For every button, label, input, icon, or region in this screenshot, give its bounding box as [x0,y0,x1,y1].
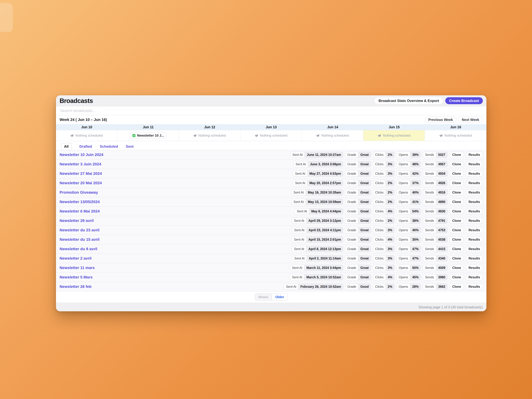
opens-pill-label: Opens [397,274,410,280]
broadcast-link[interactable]: Newsletter 26 feb [60,285,91,289]
sends-pill-value: 3980 [436,274,447,280]
sent-at-pill: Sent AtMay 6, 2024 4:44pm [295,208,343,214]
grade-pill-label: Grade [345,180,358,186]
grade-pill-label: Grade [345,246,358,252]
broadcast-link[interactable]: Newsletter du 15 avril [60,237,100,242]
results-button[interactable]: Results [466,274,483,280]
clicks-pill-value: 3% [386,246,394,252]
scheduled-broadcast-badge[interactable]: Newsletter 10 J... [130,132,166,139]
results-button[interactable]: Results [466,227,483,233]
clicks-pill-label: Clicks [373,218,386,223]
grade-pill: GradeGreat [345,152,371,158]
clicks-pill: Clicks2% [373,218,395,224]
broadcast-link[interactable]: Newsletter du 23 avril [60,228,100,232]
broadcast-link[interactable]: Newsletter 10 Juin 2024 [60,152,103,157]
broadcast-link[interactable]: Newsletter 20 Mai 2024 [60,181,102,185]
results-button[interactable]: Results [466,171,483,177]
results-button[interactable]: Results [466,284,483,290]
broadcast-link[interactable]: Newsletter 3 Juin 2024 [60,162,101,166]
sends-pill: Sends4538 [423,236,448,243]
clicks-pill-label: Clicks [373,161,386,167]
results-button[interactable]: Results [466,152,483,158]
older-page-button[interactable]: Older [272,294,287,300]
results-button[interactable]: Results [466,161,483,167]
clicks-pill-value: 2% [386,190,394,195]
calendar-body-row: Nothing scheduledNewsletter 10 J...Nothi… [56,130,486,141]
next-week-button[interactable]: Next Week [458,117,483,123]
clone-button[interactable]: Clone [450,152,464,158]
calendar-day-cell-jun-12: Nothing scheduled [179,130,241,141]
broadcast-stats: Sent AtApril 29, 2024 3:12pmGradeGreatCl… [292,218,483,224]
clone-button[interactable]: Clone [450,199,464,205]
results-button[interactable]: Results [466,218,483,224]
clone-button[interactable]: Clone [450,255,464,261]
broadcast-stats: Sent AtMarch 11, 2024 3:44pmGradeGreatCl… [290,265,483,271]
tab-sent[interactable]: Sent [126,144,133,149]
mailbox-icon [316,134,320,137]
broadcast-link[interactable]: Newsletter du 8 avril [60,247,97,251]
broadcast-stats: Sent AtApril 23, 2024 4:11pmGradeGreatCl… [292,227,483,233]
results-button[interactable]: Results [466,208,483,214]
sent-at-pill: Sent AtApril 29, 2024 3:12pm [292,218,343,224]
clone-button[interactable]: Clone [450,171,464,177]
clone-button[interactable]: Clone [450,189,464,196]
grade-pill-label: Grade [345,284,358,289]
clone-button[interactable]: Clone [450,208,464,214]
sends-pill: Sends4791 [423,218,448,224]
broadcast-link[interactable]: Newsletter 27 Mai 2024 [60,171,102,176]
clone-button[interactable]: Clone [450,265,464,271]
clone-button[interactable]: Clone [450,274,464,280]
broadcast-link[interactable]: Newsletter 2 avril [60,256,91,261]
broadcast-row: Newsletter 6 Mai 2024Sent AtMay 6, 2024 … [56,207,486,216]
results-button[interactable]: Results [466,246,483,252]
sent-at-pill-value: April 2, 2024 11:14am [306,256,343,261]
broadcast-row: Newsletter 27 Mai 2024Sent AtMay 27, 202… [56,169,486,178]
search-input[interactable] [56,106,486,115]
results-button[interactable]: Results [466,236,483,243]
clone-button[interactable]: Clone [450,180,464,186]
clone-button[interactable]: Clone [450,236,464,243]
grade-pill: GradeGreat [345,274,371,280]
create-broadcast-button[interactable]: Create Broadcast [445,97,483,104]
clone-button[interactable]: Clone [450,227,464,233]
broadcast-link[interactable]: Newsletter 11 mars [60,266,95,270]
mailbox-icon [70,134,74,137]
grade-pill-value: Great [358,246,371,252]
broadcast-link[interactable]: Newsletter 29 avril [60,218,94,223]
nothing-scheduled-label: Nothing scheduled [260,133,287,137]
previous-week-button[interactable]: Previous Week [425,117,456,123]
newer-page-button[interactable]: Newer [255,294,272,300]
sent-at-pill-label: Sent At [294,161,308,167]
opens-pill-label: Opens [397,284,410,289]
broadcast-stats-export-button[interactable]: Broadcast Stats Overview & Export [374,97,443,104]
tab-scheduled[interactable]: Scheduled [100,144,118,149]
broadcast-stats: Sent AtMarch 5, 2024 10:52amGradeGreatCl… [290,274,483,280]
broadcast-link[interactable]: Newsletter 5 Mars [60,275,93,279]
tab-drafted[interactable]: Drafted [79,144,92,149]
clone-button[interactable]: Clone [450,246,464,252]
calendar-day-cell-jun-13: Nothing scheduled [241,130,302,141]
broadcast-link[interactable]: Newsletter 13/05/2024 [60,200,100,204]
clone-button[interactable]: Clone [450,284,464,290]
opens-pill-value: 45% [410,274,421,280]
grade-pill-label: Grade [345,227,358,233]
opens-pill-value: 47% [410,256,421,261]
results-button[interactable]: Results [466,189,483,196]
grade-pill-value: Great [358,171,371,176]
clone-button[interactable]: Clone [450,218,464,224]
broadcast-link[interactable]: Newsletter 6 Mai 2024 [60,209,100,214]
results-button[interactable]: Results [466,255,483,261]
results-button[interactable]: Results [466,265,483,271]
tab-all[interactable]: All [61,143,72,150]
sent-at-pill: Sent AtMay 13, 2024 10:59am [291,199,343,205]
sent-at-pill-label: Sent At [292,237,306,242]
clicks-pill: Clicks4% [373,208,395,214]
results-button[interactable]: Results [466,199,483,205]
opens-pill: Opens38% [397,218,421,224]
clone-button[interactable]: Clone [450,161,464,167]
pagination-group: Newer Older [255,293,288,301]
sends-pill-value: 4791 [436,218,447,223]
broadcast-row: Newsletter 10 Juin 2024Sent AtJune 11, 2… [56,150,486,160]
broadcast-link[interactable]: Promotion Giveaway [60,190,98,195]
results-button[interactable]: Results [466,180,483,186]
